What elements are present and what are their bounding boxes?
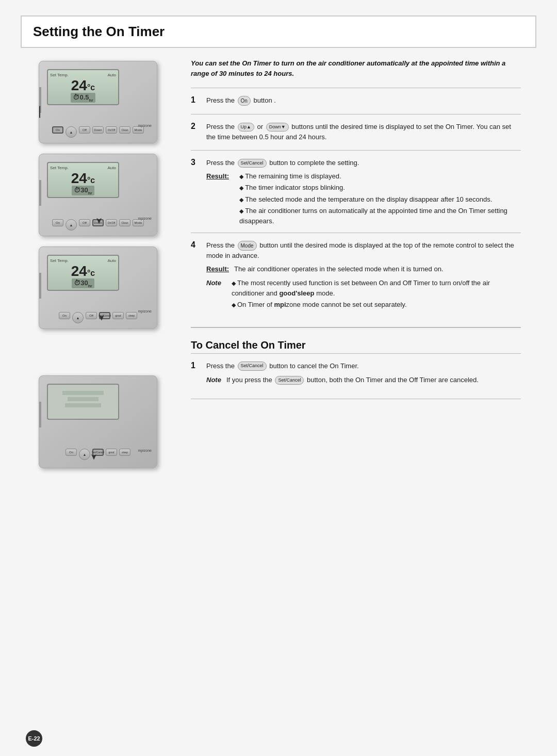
off-btn-1: Off	[79, 126, 90, 134]
note-label-4: Note	[206, 278, 221, 288]
buttons-area-1: On ▲ Off Down On/Off Clean Mode	[43, 126, 153, 138]
remote-handle-2	[39, 180, 41, 206]
arrow-setcancel-4: ➤	[89, 453, 99, 460]
page: Setting the On Timer Set Temp. Auto 24°c…	[0, 0, 557, 756]
set-temp-label-2: Set Temp.	[50, 166, 69, 170]
onoff-btn-2: On/Off	[106, 219, 117, 226]
step-3: 3 Press the Set/Cancel button to complet…	[191, 150, 521, 233]
on-button-icon: On	[238, 96, 251, 106]
arrow-1	[39, 106, 40, 118]
mpizone-label-2: mpizone	[138, 217, 152, 220]
down-btn-1: Down	[92, 126, 104, 134]
note-bullet-4-1: The most recently used function is set b…	[232, 278, 521, 298]
remote-screen-3: Set Temp. Auto 24°c ⏱30hr	[47, 255, 119, 291]
step-1-text: Press the On button .	[206, 95, 521, 106]
mpizone-label-3: mpizone	[138, 309, 152, 313]
result-bullet-3-4: The air conditioner turns on automatical…	[239, 206, 521, 226]
page-title: Setting the On Timer	[33, 24, 524, 40]
sleep-btn-4: sleep	[119, 449, 130, 456]
up-btn-1: ▲	[65, 126, 77, 138]
on-btn-1: On	[52, 126, 63, 134]
cancel-step-number-1: 1	[191, 361, 200, 388]
mode-button-icon: Mode	[238, 241, 257, 251]
note-bullet-4-2: On Timer of mpizone mode cannot be set o…	[232, 300, 521, 310]
onoff-btn-1: On/Off	[106, 126, 117, 134]
step-2-text: Press the Up▲ or Down▼ buttons until the…	[206, 122, 521, 142]
step-content-4: Press the Mode button until the desired …	[206, 240, 521, 311]
result-label-4: Result:	[206, 264, 229, 274]
up-btn-3: ▲	[72, 312, 84, 323]
set-temp-label-3: Set Temp.	[50, 258, 69, 263]
sleep-btn-3: sleep	[126, 312, 137, 319]
remote-image-3: Set Temp. Auto 24°c ⏱30hr On ▲ Off Set/C…	[39, 246, 157, 329]
down-button-icon: Down▼	[266, 123, 289, 132]
screen-line-1	[62, 391, 104, 395]
timer-display-3: ⏱30hr	[72, 278, 94, 289]
timer-display-2: ⏱30hr	[72, 186, 94, 196]
page-number-badge: E-22	[26, 730, 42, 747]
good-btn-4: good	[106, 449, 117, 456]
off-btn-3: Off	[86, 312, 97, 319]
clean-btn-2: Clean	[119, 219, 130, 226]
remote-screen-4	[47, 384, 119, 420]
step-number-4: 4	[191, 240, 200, 311]
on-btn-3: On	[59, 312, 70, 319]
step-1: 1 Press the On button .	[191, 88, 521, 114]
result-row-3: Result: The remaining time is displayed.…	[206, 171, 521, 228]
step-2: 2 Press the Up▲ or Down▼ buttons until t…	[191, 114, 521, 150]
mpizone-label-1: mpizone	[138, 124, 152, 127]
mode-btn-2: Mode	[133, 219, 144, 226]
screen-line-3	[65, 403, 101, 407]
up-btn-4: ▲	[79, 449, 90, 460]
arrow-down-2: ➤	[94, 217, 104, 224]
result-bullet-3-1: The remaining time is displayed.	[239, 171, 521, 182]
note-block-4: Note The most recently used function is …	[206, 278, 521, 311]
remote-image-2: Set Temp. Auto 24°c ⏱30hr On ▲ Off Down …	[39, 154, 157, 236]
step-3-text: Press the Set/Cancel button to complete …	[206, 158, 521, 168]
on-btn-2: On	[52, 219, 63, 226]
up-button-icon: Up▲	[238, 123, 254, 132]
right-column: You can set the On Timer to turn on the …	[175, 48, 536, 756]
good-btn-3: good	[112, 312, 124, 319]
result-bullet-3-3: The selected mode and the temperature on…	[239, 194, 521, 205]
step-number-2: 2	[191, 122, 200, 145]
title-bar: Setting the On Timer	[21, 15, 536, 48]
remote-handle-3	[39, 273, 41, 299]
step-number-1: 1	[191, 95, 200, 109]
off-btn-2: Off	[79, 219, 90, 226]
mode-btn-1: Mode	[133, 126, 144, 134]
intro-text: You can set the On Timer to turn on the …	[191, 58, 521, 78]
cancel-step-1-text: Press the Set/Cancel button to cancel th…	[206, 361, 521, 371]
cancel-step-content-1: Press the Set/Cancel button to cancel th…	[206, 361, 521, 388]
note-bullets-4: The most recently used function is set b…	[232, 278, 521, 311]
temp-display-3: 24°c	[71, 264, 95, 278]
step-content-2: Press the Up▲ or Down▼ buttons until the…	[206, 122, 521, 145]
cancel-step-1: 1 Press the Set/Cancel button to cancel …	[191, 353, 521, 393]
mode-label-1: Auto	[108, 73, 116, 77]
setcancel-button-cancel: Set/Cancel	[238, 361, 267, 371]
clean-btn-1: Clean	[119, 126, 130, 134]
remote-screen-1: Set Temp. Auto 24°c ⏱0.5hr	[47, 69, 119, 105]
arrow-setcancel-3: ➤	[97, 314, 107, 321]
result-bullet-3-2: The timer indicator stops blinking.	[239, 183, 521, 193]
cancel-note-label: Note	[206, 375, 221, 385]
cancel-note-text: If you press the Set/Cancel button, both…	[226, 375, 479, 385]
up-btn-2: ▲	[65, 219, 77, 231]
result-bullets-3: The remaining time is displayed. The tim…	[239, 171, 521, 228]
cancel-note-block: Note If you press the Set/Cancel button,…	[206, 375, 521, 388]
spacer	[21, 337, 175, 368]
mode-label-2: Auto	[108, 166, 116, 170]
main-content: Set Temp. Auto 24°c ⏱0.5hr On ▲ Off Down…	[0, 48, 557, 756]
remote-handle-4	[39, 402, 41, 428]
result-row-4: Result: The air conditioner operates in …	[206, 264, 521, 274]
remote-screen-2: Set Temp. Auto 24°c ⏱30hr	[47, 162, 119, 198]
screen-line-2	[68, 397, 99, 401]
timer-display-1: ⏱0.5hr	[71, 93, 95, 103]
step-content-3: Press the Set/Cancel button to complete …	[206, 158, 521, 227]
temp-display-1: 24°c	[71, 78, 95, 93]
mpizone-label-4: mpizone	[138, 449, 152, 452]
left-column: Set Temp. Auto 24°c ⏱0.5hr On ▲ Off Down…	[21, 48, 175, 756]
step-4-text: Press the Mode button until the desired …	[206, 240, 521, 261]
step-content-1: Press the On button .	[206, 95, 521, 109]
set-temp-label-1: Set Temp.	[50, 73, 69, 77]
